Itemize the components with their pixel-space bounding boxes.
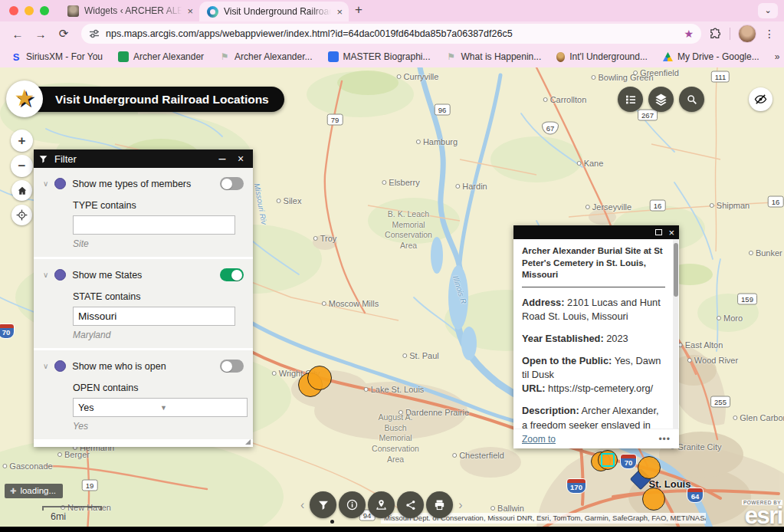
network-to-freedom-logo: ★ <box>6 80 43 117</box>
home-button[interactable] <box>11 180 32 201</box>
forward-button[interactable]: → <box>31 28 51 41</box>
archer-site-icon <box>118 51 129 62</box>
popup-header[interactable]: × <box>513 225 679 239</box>
extensions-icon[interactable] <box>709 28 722 41</box>
route-shield: 111 <box>711 71 730 83</box>
locate-me-button[interactable] <box>11 205 32 225</box>
bookmark-siriusxm[interactable]: SSiriusXM - For You <box>11 51 103 62</box>
print-widget-button[interactable] <box>426 491 453 518</box>
tab-search-chevron-button[interactable]: ⌄ <box>758 3 778 18</box>
site-marker[interactable] <box>638 456 661 479</box>
tab-visit-underground-railroad[interactable]: Visit Underground Railroad Lo × <box>199 2 349 21</box>
field-hint: Site <box>73 238 244 249</box>
zoom-in-button[interactable]: + <box>11 130 33 152</box>
state-filter-toggle[interactable] <box>220 268 244 281</box>
toolbar-page-dot <box>330 520 334 524</box>
location-pin-icon <box>375 498 388 511</box>
bookmark-archer-alexander[interactable]: Archer Alexander <box>118 51 204 62</box>
browser-chrome: Widgets ‹ ARCHER ALEXAND × Visit Undergr… <box>0 0 784 67</box>
back-button[interactable]: ← <box>8 28 28 41</box>
open-contains-select[interactable]: Yes▼ <box>73 398 248 417</box>
field-label: OPEN contains <box>73 383 244 393</box>
scale-label: 6mi <box>51 511 66 522</box>
bookmark-master-biographies[interactable]: MASTER Biographi... <box>328 51 431 62</box>
map-canvas[interactable]: CurryvilleBowling GreenHamburgElsberryB.… <box>0 67 784 532</box>
more-options-icon[interactable]: ••• <box>658 434 671 445</box>
filter-section-label: Show me types of members <box>72 179 214 189</box>
info-widget-button[interactable] <box>339 491 366 518</box>
popup-scrollbar[interactable] <box>673 239 678 429</box>
filter-panel-title: Filter <box>54 153 210 165</box>
search-button[interactable] <box>679 87 704 112</box>
bookmark-star-icon[interactable]: ★ <box>684 28 694 40</box>
legend-button[interactable] <box>618 87 643 112</box>
site-marker[interactable] <box>642 488 665 511</box>
map-label: Berger <box>57 450 90 459</box>
layers-button[interactable] <box>648 87 674 112</box>
maximize-popup-icon[interactable] <box>655 229 662 235</box>
bookmark-intl-underground[interactable]: Int'l Underground... <box>556 51 648 62</box>
map-label: B. K. Leach Memorial Conservation Area <box>385 209 432 251</box>
chevron-down-icon[interactable]: ∨ <box>43 179 48 188</box>
open-filter-toggle[interactable] <box>220 360 244 373</box>
reload-button[interactable]: ⟳ <box>54 27 74 41</box>
map-label: Jerseyville <box>586 202 631 212</box>
window-minimize-button[interactable] <box>25 6 34 15</box>
window-zoom-button[interactable] <box>40 6 49 15</box>
toolbar-divider <box>730 28 730 40</box>
chevron-down-icon[interactable]: ∨ <box>43 362 48 370</box>
popup-footer: Zoom to ••• <box>513 429 679 448</box>
type-contains-input[interactable] <box>73 215 235 235</box>
filter-marker-icon <box>54 360 66 372</box>
zoom-out-button[interactable]: − <box>11 155 33 177</box>
route-shield: 16 <box>768 196 784 208</box>
tab-widgets-archer[interactable]: Widgets ‹ ARCHER ALEXAND × <box>60 1 199 21</box>
share-icon <box>405 499 417 511</box>
url-text[interactable]: nps.maps.arcgis.com/apps/webappviewer/in… <box>106 28 677 39</box>
profile-avatar[interactable] <box>738 25 756 43</box>
map-label: Elsberry <box>382 178 419 187</box>
minimize-panel-button[interactable]: – <box>216 155 228 163</box>
state-contains-input[interactable] <box>73 307 235 326</box>
bookmarks-overflow-button[interactable]: » <box>775 51 780 62</box>
selected-feature-highlight <box>601 453 615 467</box>
site-settings-icon[interactable] <box>89 28 100 39</box>
filter-section-state: ∨ Show me States STATE contains Maryland <box>34 259 253 348</box>
widget-toolbar: ‹ <box>297 491 466 518</box>
bottom-black-strip <box>0 527 784 532</box>
site-marker[interactable] <box>307 366 332 390</box>
tab-title: Visit Underground Railroad Lo <box>224 6 331 17</box>
filter-widget-button[interactable] <box>310 491 336 518</box>
toolbar-prev-icon[interactable]: ‹ <box>297 498 307 512</box>
star-logo-icon: ★ <box>15 84 35 111</box>
bookmark-my-drive[interactable]: My Drive - Google... <box>663 51 759 62</box>
near-me-widget-button[interactable] <box>368 491 395 518</box>
bookmark-archer-alexander-2[interactable]: ⚑Archer Alexander... <box>219 51 312 62</box>
tab-close-icon[interactable]: × <box>187 5 193 17</box>
scrollbar-thumb[interactable] <box>674 243 678 297</box>
bookmark-what-is-happening[interactable]: ⚑What is Happenin... <box>446 51 542 62</box>
map-label: Curryville <box>397 72 439 81</box>
close-popup-icon[interactable]: × <box>668 228 674 238</box>
share-widget-button[interactable] <box>397 491 424 518</box>
type-filter-toggle[interactable] <box>220 177 244 190</box>
filter-marker-icon <box>54 178 66 189</box>
tab-close-icon[interactable]: × <box>336 6 343 18</box>
popup-field-address: Address: 2101 Lucas and Hunt Road St. Lo… <box>522 296 665 323</box>
filter-panel-header[interactable]: Filter – × <box>34 149 253 168</box>
resize-handle[interactable] <box>245 439 251 445</box>
toolbar-next-icon[interactable]: › <box>455 498 465 512</box>
close-panel-button[interactable]: × <box>235 153 247 165</box>
chevron-down-icon[interactable]: ∨ <box>43 271 48 279</box>
tab-title: Widgets ‹ ARCHER ALEXAND <box>84 5 182 16</box>
chevron-down-icon: ▼ <box>160 404 242 412</box>
zoom-to-link[interactable]: Zoom to <box>522 434 556 445</box>
hide-widgets-button[interactable] <box>749 87 773 111</box>
address-bar[interactable]: nps.maps.arcgis.com/apps/webappviewer/in… <box>81 24 701 44</box>
new-tab-button[interactable]: + <box>349 2 370 21</box>
map-label: Glen Carbon <box>733 413 784 422</box>
filter-section-open: ∨ Show me who is open OPEN contains Yes▼… <box>34 350 253 439</box>
printer-icon <box>433 498 446 511</box>
window-close-button[interactable] <box>9 6 18 15</box>
browser-menu-icon[interactable]: ⋮ <box>764 28 775 40</box>
